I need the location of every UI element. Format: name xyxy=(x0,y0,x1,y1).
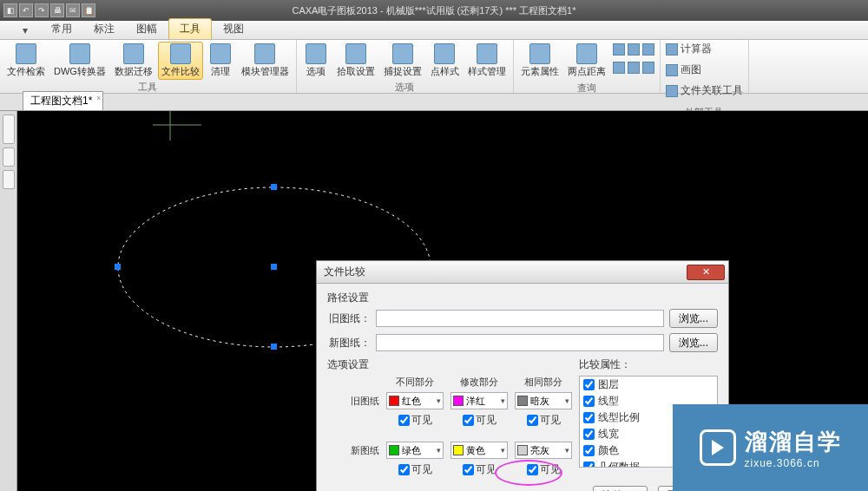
ext-assoc[interactable]: 文件关联工具 xyxy=(666,83,743,98)
qat-print[interactable]: 🖶 xyxy=(50,3,64,17)
hdr-diff: 不同部分 xyxy=(386,376,444,389)
attr-color[interactable] xyxy=(583,445,595,456)
group-label-options: 选项 xyxy=(300,80,510,95)
dialog-close-button[interactable]: ✕ xyxy=(687,265,725,280)
file-compare-button[interactable]: 文件比较 xyxy=(158,42,203,80)
play-icon xyxy=(700,429,736,466)
ribbon-menu-dropdown[interactable]: ▾ xyxy=(17,22,33,39)
attr-geom[interactable] xyxy=(583,462,595,468)
group-label-query: 查询 xyxy=(517,81,656,96)
query-small-2[interactable] xyxy=(613,62,654,74)
old-diff-color[interactable]: 红色▾ xyxy=(386,392,444,409)
new-diff-color[interactable]: 绿色▾ xyxy=(386,442,444,459)
ribbon-group-options: 选项 拾取设置 捕捉设置 点样式 样式管理 选项 xyxy=(297,40,514,93)
query-small-1[interactable] xyxy=(613,43,654,56)
dwg-convert-button[interactable]: DWG转换器 xyxy=(50,42,109,80)
module-mgr-button[interactable]: 模块管理器 xyxy=(238,42,293,80)
dialog-titlebar[interactable]: 文件比较 ✕ xyxy=(317,261,728,284)
old-same-color[interactable]: 暗灰▾ xyxy=(515,392,572,409)
dist-button[interactable]: 两点距离 xyxy=(564,42,609,81)
qat-paste[interactable]: 📋 xyxy=(82,3,95,17)
attr-linetype[interactable] xyxy=(583,396,595,407)
pick-settings-button[interactable]: 拾取设置 xyxy=(333,42,378,80)
browse-new-button[interactable]: 浏览... xyxy=(669,333,718,352)
svg-rect-4 xyxy=(271,264,277,270)
qat-mail[interactable]: ✉ xyxy=(66,3,80,17)
tab-sheet[interactable]: 图幅 xyxy=(126,19,168,39)
old-same-visible[interactable] xyxy=(527,415,538,426)
query-small-stack xyxy=(611,42,656,81)
hdr-mod: 修改部分 xyxy=(450,376,508,389)
tab-tools[interactable]: 工具 xyxy=(168,18,212,39)
options-legend: 选项设置 xyxy=(327,357,572,372)
file-search-button[interactable]: 文件检索 xyxy=(3,42,49,80)
attrs-legend: 比较属性： xyxy=(579,357,718,372)
new-same-visible[interactable] xyxy=(527,464,538,475)
data-migrate-button[interactable]: 数据迁移 xyxy=(111,42,156,80)
ext-paint[interactable]: 画图 xyxy=(666,62,743,77)
ribbon-group-tools: 文件检索 DWG转换器 数据迁移 文件比较 清理 模块管理器 工具 xyxy=(0,40,297,93)
point-style-button[interactable]: 点样式 xyxy=(427,42,463,80)
attr-ltscale[interactable] xyxy=(583,412,595,423)
dialog-title: 文件比较 xyxy=(324,265,365,279)
snap-settings-button[interactable]: 捕捉设置 xyxy=(380,42,425,80)
row-new-label: 新图纸 xyxy=(327,444,379,457)
qat-undo[interactable]: ↶ xyxy=(19,3,33,17)
old-drawing-label: 旧图纸： xyxy=(327,311,371,326)
window-title: CAXA电子图板2013 - 机械版***试用版 (还剩17天) *** 工程图… xyxy=(292,4,575,17)
svg-rect-6 xyxy=(115,264,121,270)
new-mod-color[interactable]: 黄色▾ xyxy=(450,442,508,459)
elem-prop-button[interactable]: 元素属性 xyxy=(517,42,562,81)
attr-lineweight[interactable] xyxy=(583,429,595,440)
qat-redo[interactable]: ↷ xyxy=(35,3,49,17)
tab-view[interactable]: 视图 xyxy=(213,19,254,39)
new-drawing-input[interactable] xyxy=(376,334,664,351)
watermark-url: zixue.3066.cn xyxy=(745,457,842,469)
purge-button[interactable]: 清理 xyxy=(205,42,236,80)
compare-button[interactable]: 比较(O) xyxy=(593,486,648,491)
ribbon-tabs: ▾ 常用 标注 图幅 工具 视图 xyxy=(0,21,868,40)
tab-common[interactable]: 常用 xyxy=(41,19,82,39)
title-bar: ◧ ↶ ↷ 🖶 ✉ 📋 CAXA电子图板2013 - 机械版***试用版 (还剩… xyxy=(0,0,868,21)
tab-annotate[interactable]: 标注 xyxy=(83,19,125,39)
path-settings-section: 路径设置 旧图纸： 浏览... 新图纸： 浏览... xyxy=(327,291,718,352)
path-legend: 路径设置 xyxy=(327,291,718,305)
drawing-canvas[interactable]: 文件比较 ✕ 路径设置 旧图纸： 浏览... 新图纸： 浏览... 选项设 xyxy=(0,111,868,491)
browse-old-button[interactable]: 浏览... xyxy=(669,309,718,328)
ext-calc[interactable]: 计算器 xyxy=(666,42,743,56)
ribbon-group-query: 元素属性 两点距离 查询 xyxy=(514,40,661,93)
document-tab[interactable]: 工程图文档1*× xyxy=(23,91,103,110)
file-compare-dialog: 文件比较 ✕ 路径设置 旧图纸： 浏览... 新图纸： 浏览... 选项设 xyxy=(316,260,729,491)
new-same-color[interactable]: 亮灰▾ xyxy=(515,442,572,459)
app-menu-button[interactable]: ◧ xyxy=(3,3,17,17)
old-drawing-input[interactable] xyxy=(376,310,664,327)
old-mod-color[interactable]: 洋红▾ xyxy=(450,392,508,409)
options-button[interactable]: 选项 xyxy=(300,42,332,80)
svg-rect-3 xyxy=(271,184,277,190)
ribbon: 文件检索 DWG转换器 数据迁移 文件比较 清理 模块管理器 工具 选项 拾取设… xyxy=(0,40,868,94)
watermark: 溜溜自学 zixue.3066.cn xyxy=(673,404,868,491)
row-old-label: 旧图纸 xyxy=(327,395,379,408)
hdr-same: 相同部分 xyxy=(515,376,572,389)
old-diff-visible[interactable] xyxy=(398,415,410,426)
ribbon-group-external: 计算器 画图 文件关联工具 外部工具 xyxy=(661,40,749,93)
new-drawing-label: 新图纸： xyxy=(327,336,371,350)
svg-rect-5 xyxy=(271,344,277,350)
close-icon[interactable]: × xyxy=(96,94,101,102)
old-mod-visible[interactable] xyxy=(463,415,474,426)
new-mod-visible[interactable] xyxy=(463,464,474,475)
new-diff-visible[interactable] xyxy=(398,464,410,475)
watermark-title: 溜溜自学 xyxy=(745,427,842,457)
attr-layer[interactable] xyxy=(583,379,595,390)
quick-access-toolbar: ◧ ↶ ↷ 🖶 ✉ 📋 xyxy=(3,3,95,17)
style-mgr-button[interactable]: 样式管理 xyxy=(464,42,510,80)
